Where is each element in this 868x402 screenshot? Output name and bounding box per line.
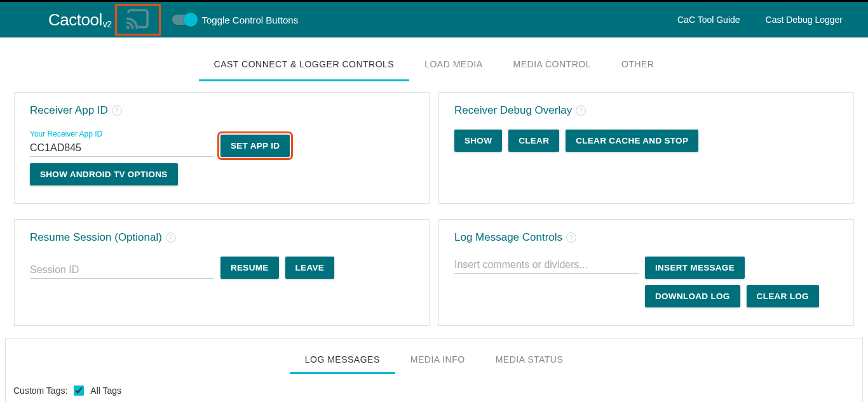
link-guide[interactable]: CaC Tool Guide xyxy=(677,15,740,25)
app-header: Cactoolv2 Toggle Control Buttons CaC Too… xyxy=(0,2,868,37)
link-debug-logger[interactable]: Cast Debug Logger xyxy=(766,15,843,25)
all-tags-label: All Tags xyxy=(90,385,121,396)
set-app-id-button[interactable]: SET APP ID xyxy=(220,135,290,157)
log-tabs: LOG MESSAGES MEDIA INFO MEDIA STATUS xyxy=(6,348,862,374)
resume-title: Resume Session (Optional) xyxy=(30,231,162,244)
receiver-app-field-label: Your Receiver App ID xyxy=(30,130,214,138)
toggle-label: Toggle Control Buttons xyxy=(201,15,298,25)
receiver-app-id-input[interactable] xyxy=(30,140,214,157)
receiver-app-title: Receiver App ID xyxy=(30,104,108,117)
overlay-clear-button[interactable]: CLEAR xyxy=(508,130,559,152)
tab-media-info[interactable]: MEDIA INFO xyxy=(395,348,480,374)
log-controls-title: Log Message Controls xyxy=(454,231,562,244)
tab-media-status[interactable]: MEDIA STATUS xyxy=(480,348,579,374)
main-tabs: CAST CONNECT & LOGGER CONTROLS LOAD MEDI… xyxy=(5,37,863,82)
resume-button[interactable]: RESUME xyxy=(220,257,279,279)
tab-media-control[interactable]: MEDIA CONTROL xyxy=(498,53,606,81)
log-panel: LOG MESSAGES MEDIA INFO MEDIA STATUS Cus… xyxy=(5,338,863,402)
cast-icon xyxy=(121,7,154,32)
clear-log-button[interactable]: CLEAR LOG xyxy=(747,285,819,307)
logo-version: v2 xyxy=(103,19,112,29)
leave-button[interactable]: LEAVE xyxy=(285,257,335,279)
logo-main: Cactool xyxy=(48,10,102,29)
debug-overlay-title: Receiver Debug Overlay xyxy=(454,104,572,117)
help-icon[interactable]: ? xyxy=(166,232,176,243)
card-debug-overlay: Receiver Debug Overlay ? SHOW CLEAR CLEA… xyxy=(438,92,854,204)
all-tags-checkbox[interactable] xyxy=(74,385,84,396)
card-resume-session: Resume Session (Optional) ? RESUME LEAVE xyxy=(14,219,430,326)
show-android-tv-button[interactable]: SHOW ANDROID TV OPTIONS xyxy=(30,163,178,185)
log-comment-input[interactable] xyxy=(454,257,639,274)
card-log-controls: Log Message Controls ? INSERT MESSAGE DO… xyxy=(438,219,854,326)
custom-tags-label: Custom Tags: xyxy=(13,385,67,396)
app-logo: Cactoolv2 xyxy=(48,10,111,30)
session-id-input[interactable] xyxy=(30,262,214,279)
help-icon[interactable]: ? xyxy=(576,105,586,116)
overlay-clear-cache-button[interactable]: CLEAR CACHE AND STOP xyxy=(566,130,698,152)
toggle-switch[interactable] xyxy=(172,15,195,25)
tab-other[interactable]: OTHER xyxy=(606,53,670,81)
card-receiver-app-id: Receiver App ID ? Your Receiver App ID S… xyxy=(14,92,430,204)
help-icon[interactable]: ? xyxy=(566,232,576,243)
download-log-button[interactable]: DOWNLOAD LOG xyxy=(645,285,740,307)
cast-icon-highlight[interactable] xyxy=(115,4,161,36)
toggle-control-buttons[interactable]: Toggle Control Buttons xyxy=(172,15,298,25)
insert-message-button[interactable]: INSERT MESSAGE xyxy=(645,257,745,279)
overlay-show-button[interactable]: SHOW xyxy=(454,130,502,152)
tab-log-messages[interactable]: LOG MESSAGES xyxy=(290,348,395,374)
help-icon[interactable]: ? xyxy=(112,105,122,116)
tab-cast-connect[interactable]: CAST CONNECT & LOGGER CONTROLS xyxy=(199,53,410,81)
tab-load-media[interactable]: LOAD MEDIA xyxy=(409,53,498,81)
